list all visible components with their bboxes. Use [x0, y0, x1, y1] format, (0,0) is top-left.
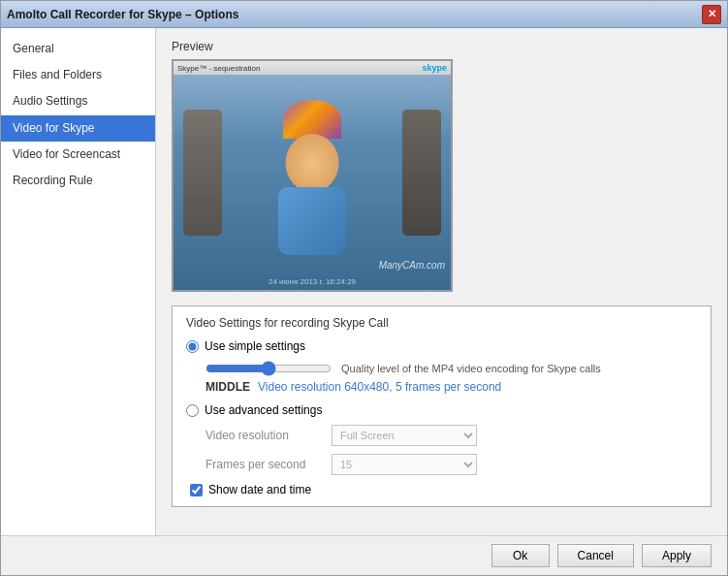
video-resolution-row: Video resolution Full Screen 1280x720 64…	[206, 425, 697, 446]
sidebar-item-video-for-skype[interactable]: Video for Skype	[1, 115, 155, 142]
sidebar-item-audio-settings[interactable]: Audio Settings	[1, 88, 155, 114]
cancel-button[interactable]: Cancel	[557, 544, 634, 567]
preview-manycam-text: ManyCAm.com	[379, 260, 445, 271]
content-area: General Files and Folders Audio Settings…	[1, 28, 727, 535]
preview-label: Preview	[172, 40, 712, 53]
main-panel: Preview Skype™ - sequestration skype	[156, 28, 727, 535]
options-window: Amolto Call Recorder for Skype – Options…	[0, 0, 728, 576]
sidebar-item-video-for-screencast[interactable]: Video for Screencast	[1, 142, 155, 168]
advanced-settings-label: Use advanced settings	[205, 403, 322, 417]
sidebar-item-recording-rule[interactable]: Recording Rule	[1, 168, 155, 194]
preview-skype-bar: Skype™ - sequestration	[174, 61, 451, 75]
fps-row: Frames per second 15 10 5 25 30	[206, 454, 697, 475]
title-bar: Amolto Call Recorder for Skype – Options…	[1, 1, 727, 28]
quality-label: Quality level of the MP4 video encoding …	[341, 363, 601, 374]
middle-row: MIDDLE Video resolution 640x480, 5 frame…	[206, 380, 697, 394]
advanced-settings-row: Use advanced settings	[186, 403, 697, 417]
preview-timestamp: 24 июня 2013 г. 16:24:29	[269, 277, 356, 286]
close-button[interactable]: ✕	[702, 5, 721, 24]
quality-slider-row: Quality level of the MP4 video encoding …	[206, 361, 697, 376]
simple-settings-radio[interactable]	[186, 340, 199, 353]
window-title: Amolto Call Recorder for Skype – Options	[7, 8, 238, 21]
show-date-row: Show date and time	[190, 483, 697, 496]
settings-section: Video Settings for recording Skype Call …	[172, 305, 712, 507]
apply-button[interactable]: Apply	[642, 544, 712, 567]
preview-image: Skype™ - sequestration skype ManyCAm.	[172, 59, 453, 292]
simple-settings-row: Use simple settings	[186, 339, 697, 353]
advanced-settings-radio[interactable]	[186, 404, 199, 417]
footer: Ok Cancel Apply	[1, 535, 727, 575]
sidebar-item-general[interactable]: General	[1, 36, 155, 62]
preview-skype-logo: skype	[422, 63, 447, 73]
fps-select[interactable]: 15 10 5 25 30	[332, 454, 477, 475]
simple-settings-label: Use simple settings	[205, 339, 305, 353]
fps-label: Frames per second	[206, 458, 332, 471]
show-date-label: Show date and time	[208, 483, 311, 496]
ok-button[interactable]: Ok	[491, 544, 550, 567]
settings-title: Video Settings for recording Skype Call	[186, 316, 697, 330]
sidebar: General Files and Folders Audio Settings…	[1, 28, 156, 535]
quality-slider[interactable]	[206, 361, 332, 376]
preview-skype-text: Skype™ - sequestration	[177, 64, 260, 73]
sidebar-item-files-and-folders[interactable]: Files and Folders	[1, 62, 155, 88]
middle-label: MIDDLE	[206, 380, 250, 394]
video-resolution-select[interactable]: Full Screen 1280x720 640x480 320x240	[332, 425, 477, 446]
resolution-desc: Video resolution 640x480, 5 frames per s…	[258, 380, 501, 394]
video-resolution-label: Video resolution	[206, 429, 332, 442]
show-date-checkbox[interactable]	[190, 484, 203, 496]
preview-inner: Skype™ - sequestration skype ManyCAm.	[174, 61, 451, 290]
